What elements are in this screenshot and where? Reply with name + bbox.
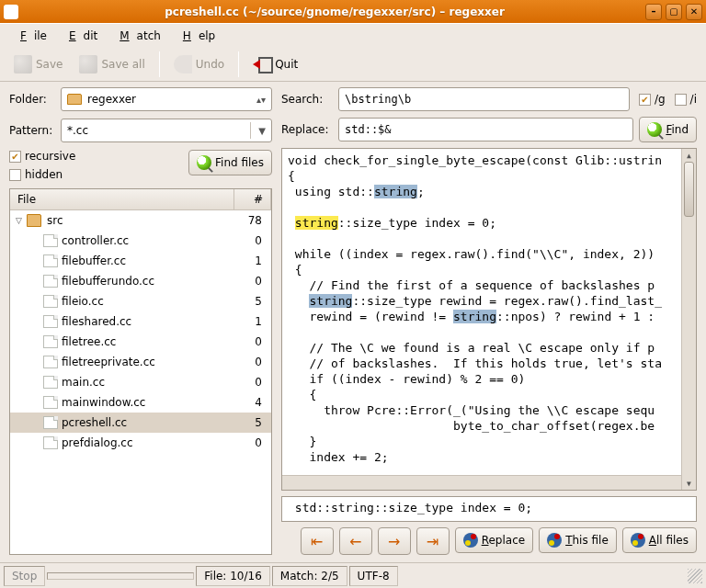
replace-input[interactable] — [338, 118, 633, 141]
titlebar: pcreshell.cc (~/source/gnome/regexxer/sr… — [0, 0, 706, 23]
file-icon — [43, 356, 58, 368]
nav-last-button[interactable]: ⇥ — [416, 527, 450, 555]
file-row[interactable]: filetree.cc0 — [10, 332, 271, 352]
chevron-down-icon: ▼ — [258, 126, 266, 136]
file-row[interactable]: fileio.cc5 — [10, 291, 271, 311]
file-row[interactable]: controller.cc0 — [10, 231, 271, 251]
file-icon — [43, 275, 58, 288]
find-button[interactable]: Find — [639, 117, 697, 142]
save-button[interactable]: Save — [7, 51, 69, 78]
file-row[interactable]: mainwindow.cc4 — [10, 392, 271, 413]
recursive-checkbox[interactable]: recursive — [9, 150, 75, 163]
nav-next-button[interactable]: → — [378, 527, 411, 555]
search-icon — [197, 155, 211, 170]
menu-file[interactable]: File — [6, 26, 54, 46]
saveall-button[interactable]: Save all — [73, 51, 151, 78]
file-icon — [43, 416, 58, 429]
status-encoding: UTF-8 — [349, 566, 398, 586]
pattern-label: Pattern: — [9, 124, 55, 137]
checkbox-icon — [9, 169, 21, 181]
nav-prev-button[interactable]: ← — [339, 527, 372, 555]
separator — [159, 51, 160, 77]
menu-edit[interactable]: Edit — [54, 26, 105, 46]
hidden-checkbox[interactable]: hidden — [9, 168, 75, 181]
file-icon — [43, 376, 58, 389]
flag-i-checkbox[interactable]: /i — [675, 93, 697, 106]
vertical-scrollbar[interactable]: ▲▼ — [681, 149, 696, 490]
replace-preview: std::string::size_type index = 0; — [281, 496, 697, 522]
all-files-button[interactable]: All files — [622, 527, 697, 553]
chevron-updown-icon: ▴▾ — [256, 95, 266, 105]
folder-icon — [67, 94, 82, 105]
menu-bar: File Edit Match Help — [0, 23, 706, 47]
folder-icon — [27, 214, 41, 227]
menu-help[interactable]: Help — [168, 26, 222, 46]
file-row[interactable]: filebufferundo.cc0 — [10, 271, 271, 291]
pattern-combo[interactable]: *.cc ▼ — [61, 119, 272, 142]
maximize-button[interactable]: ▢ — [666, 4, 682, 20]
file-row[interactable]: fileshared.cc1 — [10, 311, 271, 332]
replace-icon — [463, 533, 478, 548]
file-list: File # ▽src78controller.cc0filebuffer.cc… — [9, 188, 272, 555]
file-icon — [43, 254, 58, 267]
folder-value: regexxer — [87, 93, 136, 106]
replace-icon — [631, 533, 645, 548]
window-title: pcreshell.cc (~/source/gnome/regexxer/sr… — [24, 6, 645, 18]
checkbox-icon — [675, 94, 687, 106]
status-file: File: 10/16 — [196, 566, 270, 586]
right-pane: Search: /g /i Replace: Find void check_f… — [278, 82, 706, 560]
minimize-button[interactable]: – — [645, 4, 662, 20]
left-pane: Folder: regexxer ▴▾ Pattern: *.cc ▼ recu… — [0, 82, 278, 560]
folder-label: Folder: — [9, 93, 55, 106]
status-bar: Stop File: 10/16 Match: 2/5 UTF-8 — [0, 562, 706, 588]
column-count[interactable]: # — [234, 189, 271, 209]
saveall-icon — [79, 55, 97, 74]
resize-grip[interactable] — [688, 569, 702, 583]
app-icon — [4, 5, 18, 19]
search-label: Search: — [281, 93, 333, 106]
separator — [238, 51, 239, 77]
nav-first-button[interactable]: ⇤ — [301, 527, 334, 555]
file-row[interactable]: main.cc0 — [10, 372, 271, 392]
menu-match[interactable]: Match — [105, 26, 168, 46]
stop-button[interactable]: Stop — [4, 566, 45, 586]
status-spacer — [47, 572, 194, 580]
pattern-value: *.cc — [67, 124, 88, 137]
replace-button[interactable]: Replace — [455, 527, 533, 553]
tree-root[interactable]: ▽src78 — [10, 210, 271, 231]
undo-icon — [174, 55, 192, 74]
scroll-up-icon[interactable]: ▲ — [682, 149, 696, 162]
this-file-button[interactable]: This file — [539, 527, 617, 553]
quit-icon — [253, 55, 271, 74]
flag-g-checkbox[interactable]: /g — [639, 93, 666, 106]
checkbox-icon — [9, 151, 21, 163]
undo-button[interactable]: Undo — [167, 51, 231, 78]
quit-button[interactable]: Quit — [246, 51, 304, 78]
file-icon — [43, 436, 58, 449]
column-file[interactable]: File — [10, 189, 234, 209]
replace-icon — [547, 533, 562, 548]
search-icon — [647, 122, 662, 137]
scrollbar-thumb[interactable] — [684, 162, 694, 217]
toolbar: Save Save all Undo Quit — [0, 47, 706, 82]
find-files-button[interactable]: Find files — [188, 150, 272, 175]
scroll-down-icon[interactable]: ▼ — [682, 477, 696, 490]
checkbox-icon — [639, 94, 651, 106]
file-icon — [43, 335, 58, 348]
file-icon — [43, 396, 58, 409]
close-button[interactable]: ✕ — [686, 4, 702, 20]
search-input[interactable] — [338, 87, 630, 111]
file-icon — [43, 315, 58, 328]
file-row[interactable]: filebuffer.cc1 — [10, 251, 271, 271]
replace-label: Replace: — [281, 123, 333, 136]
folder-combo[interactable]: regexxer ▴▾ — [61, 87, 272, 111]
status-match: Match: 2/5 — [272, 566, 347, 586]
horizontal-scrollbar[interactable] — [282, 475, 681, 490]
code-view[interactable]: void check_for_single_byte_escape(const … — [281, 148, 697, 491]
file-row[interactable]: filetreeprivate.cc0 — [10, 352, 271, 372]
file-row[interactable]: prefdialog.cc0 — [10, 433, 271, 453]
file-row[interactable]: pcreshell.cc5 — [10, 413, 271, 433]
file-icon — [43, 234, 58, 247]
save-icon — [14, 55, 32, 74]
file-list-header: File # — [10, 189, 271, 210]
